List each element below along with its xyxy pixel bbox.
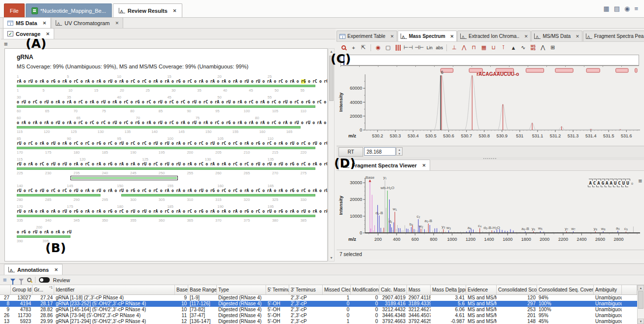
area-plot-icon[interactable]: ▲	[509, 43, 517, 52]
column-header-ambiguity[interactable]: Ambiguity	[594, 285, 622, 294]
zoom-icon[interactable]	[339, 43, 348, 52]
spectrum-overview-strip[interactable]	[340, 55, 639, 65]
column-header-gr[interactable]: Gr...^1	[33, 285, 54, 294]
close-icon[interactable]: ✕	[450, 34, 454, 39]
stem-plot-icon[interactable]: ⊔	[489, 43, 498, 52]
close-icon[interactable]: ✕	[46, 32, 50, 36]
find-icon[interactable]	[27, 278, 32, 282]
close-icon[interactable]: ✕	[422, 163, 426, 168]
column-header-missed-cleavages[interactable]: Missed Cleavages	[323, 285, 351, 294]
close-icon[interactable]: ✕	[42, 21, 46, 26]
sequence-row-2[interactable]: 303540455055o rU o rC o rU o rA o rA o r…	[17, 95, 315, 113]
column-header-mass[interactable]: Mass	[407, 285, 431, 294]
marker-icon[interactable]: ⊺	[499, 43, 508, 52]
close-icon[interactable]: ✕	[390, 34, 394, 39]
close-icon[interactable]: ✕	[576, 34, 579, 39]
selected-fragment-box[interactable]	[17, 175, 315, 181]
column-header-identifier[interactable]: Identifier	[54, 285, 175, 294]
column-header-consolidated-seq-coverage[interactable]: Consolidated Seq. Coverage	[537, 285, 594, 294]
scrollbar-thumb[interactable]	[329, 56, 334, 101]
fit-icon[interactable]: ⇱	[359, 43, 368, 52]
tab-uv-chromatogram[interactable]: UV Chromatogram ✕	[51, 17, 123, 28]
tab-annotations[interactable]: Annotations ✕	[4, 264, 63, 275]
column-header-consolidated-score[interactable]: Consolidated Score	[497, 285, 537, 294]
table-row[interactable]: 13592329.99gRNA [271-294] (5'-OH/2',3'-c…	[0, 319, 637, 324]
lin-button[interactable]: Lin	[425, 43, 434, 52]
msms-icon[interactable]: MS MS	[529, 43, 537, 52]
table-row[interactable]: 9478328.82gRNA [145-164] (5'-OH/2',3'-cP…	[0, 307, 637, 313]
column-header-modifications[interactable]: Modifications	[351, 285, 379, 294]
tab-mass-spectrum[interactable]: Mass Spectrum✕	[398, 31, 457, 41]
isotope-lines-icon[interactable]	[394, 43, 402, 52]
sequence-row-1[interactable]: 1510152025rA o rU o rA o rG o rA o rC o …	[17, 74, 315, 93]
labeled-peaks-icon[interactable]: ⊓	[470, 43, 478, 52]
range-dashed-icon[interactable]: ⊣⊢	[414, 43, 424, 52]
line-plot-icon[interactable]: ⋀	[460, 43, 468, 52]
stick-plot-icon[interactable]: ⊥	[450, 43, 458, 52]
data-tables-icon[interactable]: ▤	[614, 5, 620, 12]
rt-input[interactable]: 28.168	[364, 147, 396, 156]
range-icon[interactable]: ⊢⊣	[404, 43, 413, 52]
menu-icon[interactable]: ≡	[634, 5, 638, 12]
table-row[interactable]: 8419428.17gRNA [233-252] (5'-OH/2',3'-cP…	[0, 301, 637, 307]
coverage-view[interactable]: gRNA MS Coverage: 99% (Unambiguous: 99%)…	[4, 48, 328, 261]
tab-ms-data[interactable]: MS Data ✕	[3, 17, 51, 28]
sequence-row-4[interactable]: 859095100105110rU o rC o rA o rU o rA o …	[17, 136, 315, 155]
tab-ms-ms-data[interactable]: MS/MS Data✕	[531, 31, 582, 41]
sequence-row-7[interactable]: 170175180185190195rU o rA o rA o rA o rU…	[17, 204, 315, 223]
peak-shape-icon[interactable]: ⋀	[539, 43, 547, 52]
layout-icon[interactable]: ▦	[603, 5, 609, 12]
profile-icon[interactable]: ▢	[384, 43, 392, 52]
panel-menu-icon[interactable]: ≡	[4, 41, 8, 47]
column-header-bases[interactable]: Bases	[175, 285, 188, 294]
abs-button[interactable]: abs	[435, 43, 443, 52]
sequence-row-5[interactable]: 115120125130135rU o rA o rC o rU o rU o …	[17, 157, 315, 181]
tab-fragment-spectra-viewer[interactable]: Fragment Spectra Viewer ✕	[339, 160, 430, 170]
scroll-down-icon[interactable]: ▼	[329, 255, 334, 261]
scroll-up-icon[interactable]: ▲	[638, 285, 644, 291]
centroid-icon[interactable]: ◉	[374, 43, 382, 52]
fragment-menu-icon[interactable]: ≡	[638, 178, 642, 184]
column-header-group-id[interactable]: Group Id	[11, 285, 33, 294]
annotations-table[interactable]: Group IdGr...^1IdentifierBasesBase Range…	[0, 285, 637, 324]
close-icon[interactable]: ✕	[173, 8, 177, 13]
tab-review-results[interactable]: Review Results ✕	[113, 3, 182, 17]
rt-spinner[interactable]: ▲▼	[396, 147, 403, 156]
close-icon[interactable]: ✕	[54, 267, 58, 272]
annotations-scrollbar[interactable]: ▲ ▼	[637, 285, 644, 324]
column-header-5-terminus[interactable]: 5' Terminus	[266, 285, 289, 294]
scroll-up-icon[interactable]: ▲	[329, 49, 334, 55]
table-row[interactable]: 261173028.86gRNA [73-94] (5'-OH/2',3'-cP…	[0, 313, 637, 319]
smooth-icon[interactable]: ∿	[519, 43, 527, 52]
tab-file[interactable]: File	[4, 3, 25, 17]
column-header-mass-delta-ppm[interactable]: Mass Delta [ppm]	[431, 285, 466, 294]
scrollbar-thumb[interactable]	[638, 291, 644, 309]
filter-outline-icon[interactable]	[19, 279, 24, 282]
table-row[interactable]: 271302727.24gRNA [1-18] (2',3'-cP RNase …	[0, 295, 637, 301]
scroll-down-icon[interactable]: ▼	[638, 319, 644, 324]
column-header-evidence[interactable]: Evidence	[466, 285, 497, 294]
tab-extracted-ion-chroma[interactable]: Extracted Ion Chroma..✕	[457, 31, 531, 41]
tab-fragment-spectra-pea[interactable]: Fragment Spectra Pea..✕	[583, 31, 644, 41]
sequence-row-3[interactable]: 6065707580o rA o rA o rA o rU o rA o rC …	[17, 116, 301, 134]
tile-icon[interactable]: ⊞	[548, 43, 557, 52]
mass-spectrum-chart[interactable]: 0200004000060000530.2530.3530.4530.5530.…	[337, 68, 642, 148]
column-header-calc-mass[interactable]: Calc. Mass	[379, 285, 407, 294]
coverage-scrollbar[interactable]: ▲ ▼	[328, 48, 335, 261]
sequence-row-8[interactable]: 200o rG o rU o rA o rA o rU390395	[17, 225, 70, 243]
overview-cursor[interactable]	[343, 55, 344, 65]
review-toggle[interactable]	[39, 277, 50, 283]
tab-experiment-table[interactable]: Experiment Table✕	[337, 31, 397, 41]
column-header-base-range[interactable]: Base Range	[188, 285, 217, 294]
list-icon[interactable]: ≡	[3, 277, 7, 283]
close-icon[interactable]: ✕	[115, 21, 119, 26]
sequence-row-6[interactable]: 140145150155160165rU o rC o rU o rC o rC…	[17, 184, 315, 202]
tab-coverage[interactable]: Coverage ✕	[3, 28, 54, 39]
column-header-row-number[interactable]	[0, 285, 11, 294]
heatmap-icon[interactable]: ▦	[479, 43, 488, 52]
column-header-type[interactable]: Type	[217, 285, 266, 294]
close-icon[interactable]: ✕	[524, 34, 528, 39]
column-header-3-terminus[interactable]: 3' Terminus	[289, 285, 323, 294]
help-icon[interactable]: ◉	[624, 5, 630, 12]
filter-icon[interactable]	[10, 279, 15, 282]
